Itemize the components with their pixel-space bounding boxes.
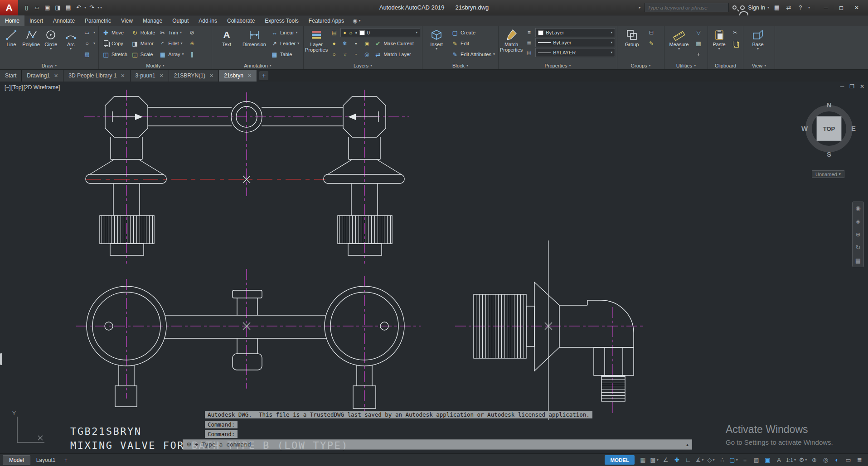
- array-button[interactable]: ▦Array▾: [157, 49, 185, 60]
- viewport-close-icon[interactable]: ✕: [860, 83, 864, 90]
- base-view-button[interactable]: Base ▾: [745, 27, 771, 51]
- minimize-icon[interactable]: ─: [818, 2, 834, 14]
- erase-icon[interactable]: ⊘: [188, 28, 197, 37]
- new-tab-button[interactable]: +: [259, 71, 268, 80]
- search-input[interactable]: [648, 5, 726, 10]
- undo-icon[interactable]: ↶: [74, 3, 83, 13]
- panel-label-properties[interactable]: Properties▾: [500, 62, 616, 69]
- new-file-icon[interactable]: ▯: [22, 3, 31, 13]
- copy-button[interactable]: Copy: [100, 38, 129, 49]
- tab-insert[interactable]: Insert: [24, 15, 48, 26]
- file-tab-3d-people-library[interactable]: 3D People Library 1✕: [63, 70, 130, 82]
- edit-block-button[interactable]: ✎Edit: [449, 38, 497, 49]
- offset-icon[interactable]: ∥: [188, 50, 197, 59]
- viewcube-east[interactable]: E: [851, 125, 856, 132]
- panel-label-annotation[interactable]: Annotation▾: [213, 62, 302, 69]
- qat-customize-icon[interactable]: ▾: [100, 6, 102, 10]
- panel-label-groups[interactable]: Groups▾: [619, 62, 663, 69]
- model-space-badge[interactable]: MODEL: [605, 455, 635, 465]
- panel-label-draw[interactable]: Draw▾: [1, 62, 97, 69]
- dynamic-input-icon[interactable]: ✚: [671, 455, 683, 465]
- arc-button[interactable]: Arc ▾: [61, 27, 81, 51]
- layer-off-icon[interactable]: ●: [330, 39, 339, 48]
- cut-icon[interactable]: ✂: [731, 28, 740, 37]
- customization-icon[interactable]: ≣: [854, 455, 865, 465]
- file-tab-start[interactable]: Start: [0, 70, 22, 82]
- help-icon[interactable]: ?: [796, 4, 805, 11]
- ribbon-options-icon[interactable]: ◉: [353, 18, 357, 24]
- viewport-view-control[interactable]: [Top]: [11, 84, 23, 91]
- viewcube-north[interactable]: N: [827, 101, 832, 109]
- object-snap-icon[interactable]: ▢▾: [728, 455, 739, 465]
- layer-unlock-icon[interactable]: ▫: [351, 50, 360, 59]
- file-tab-21sbryn[interactable]: 21sbryn✕: [219, 70, 257, 82]
- linetype-list-icon[interactable]: ▤: [524, 48, 533, 57]
- tab-annotate[interactable]: Annotate: [48, 15, 80, 26]
- annotation-monitor-icon[interactable]: ⊕: [809, 455, 820, 465]
- viewcube-west[interactable]: W: [801, 125, 808, 132]
- viewport-restore-icon[interactable]: ❐: [849, 83, 854, 90]
- layer-on-button-icon[interactable]: ○: [330, 50, 339, 59]
- ortho-mode-icon[interactable]: ∟: [683, 455, 694, 465]
- viewport-menu-control[interactable]: [−]: [5, 84, 11, 91]
- viewcube-south[interactable]: S: [827, 150, 831, 158]
- new-layout-button[interactable]: +: [61, 456, 70, 465]
- edit-attributes-button[interactable]: ✎Edit Attributes▾: [449, 49, 497, 60]
- layer-unisolate-icon[interactable]: ◎: [362, 50, 371, 59]
- command-history-expand-icon[interactable]: ▴: [686, 442, 689, 447]
- isolate-objects-icon[interactable]: ◎: [820, 455, 831, 465]
- orbit-icon[interactable]: ↻: [856, 244, 861, 251]
- close-tab-icon[interactable]: ✕: [54, 73, 58, 79]
- insert-block-button[interactable]: Insert ▾: [424, 27, 449, 51]
- layer-lock-button-icon[interactable]: ▪: [351, 39, 360, 48]
- layer-states-icon[interactable]: ▤: [330, 28, 339, 37]
- open-file-icon[interactable]: ▱: [32, 3, 42, 13]
- workspace-switching-icon[interactable]: ⚙▾: [797, 455, 809, 465]
- linear-dimension-button[interactable]: ↔Linear▾: [269, 27, 301, 38]
- file-tab-drawing1[interactable]: Drawing1✕: [22, 70, 63, 82]
- tab-featured-apps[interactable]: Featured Apps: [304, 15, 349, 26]
- tab-express-tools[interactable]: Express Tools: [260, 15, 303, 26]
- close-tab-icon[interactable]: ✕: [121, 73, 125, 79]
- lineweight-display-icon[interactable]: ≡: [739, 455, 751, 465]
- tab-add-ins[interactable]: Add-ins: [194, 15, 222, 26]
- explode-icon[interactable]: ✳: [188, 39, 197, 48]
- file-tab-21sbryn-1[interactable]: 21SBRYN(1)✕: [169, 70, 219, 82]
- viewport-minimize-icon[interactable]: ─: [840, 83, 844, 90]
- annotation-scale-button[interactable]: 1:1▾: [785, 455, 797, 465]
- ribbon-minimize-icon[interactable]: ▾: [359, 19, 360, 23]
- model-tab[interactable]: Model: [3, 455, 30, 465]
- undo-dropdown-icon[interactable]: ▾: [84, 6, 86, 10]
- text-button[interactable]: A Text: [213, 27, 240, 47]
- infocenter-search[interactable]: [645, 3, 729, 12]
- command-line[interactable]: ⚙ + ▴: [183, 439, 692, 450]
- layer-combo[interactable]: ● ☼ ▪ 0 ▾: [340, 28, 420, 37]
- maximize-icon[interactable]: ◻: [834, 2, 849, 14]
- move-button[interactable]: ✚Move: [100, 27, 129, 38]
- tab-view[interactable]: View: [116, 15, 138, 26]
- panel-label-utilities[interactable]: Utilities▾: [666, 62, 706, 69]
- zoom-icon[interactable]: ⊕: [856, 231, 861, 238]
- object-color-combo[interactable]: ByLayer▾: [535, 28, 615, 37]
- layout1-tab[interactable]: Layout1: [30, 455, 62, 465]
- close-tab-icon[interactable]: ✕: [209, 73, 213, 79]
- app-store-icon[interactable]: ▦: [773, 4, 781, 11]
- infer-constraints-icon[interactable]: ∠: [660, 455, 671, 465]
- trim-button[interactable]: ✂Trim▾: [157, 27, 185, 38]
- table-button[interactable]: ▦Table: [269, 49, 301, 60]
- quick-select-icon[interactable]: ▽: [694, 28, 703, 37]
- drawing-canvas[interactable]: Y TGB21SBRYN MIXING VALVE FOR BATH TYPE …: [0, 82, 868, 453]
- measure-button[interactable]: Measure ▾: [666, 27, 692, 51]
- annotation-visibility-icon[interactable]: A: [773, 455, 785, 465]
- tab-manage[interactable]: Manage: [138, 15, 167, 26]
- graphics-performance-icon[interactable]: ◐: [831, 455, 843, 465]
- command-customize-icon[interactable]: ⚙: [186, 441, 192, 448]
- sign-in-button[interactable]: Sign In▾: [748, 5, 769, 11]
- line-button[interactable]: Line: [1, 27, 21, 47]
- rectangle-dropdown-icon[interactable]: ▾: [93, 31, 95, 34]
- application-menu-button[interactable]: A: [0, 0, 18, 15]
- quick-calc-icon[interactable]: ▦: [694, 39, 703, 48]
- tab-output[interactable]: Output: [167, 15, 194, 26]
- file-tab-3-puun1[interactable]: 3-puun1✕: [131, 70, 169, 82]
- layer-properties-button[interactable]: Layer Properties: [305, 27, 328, 53]
